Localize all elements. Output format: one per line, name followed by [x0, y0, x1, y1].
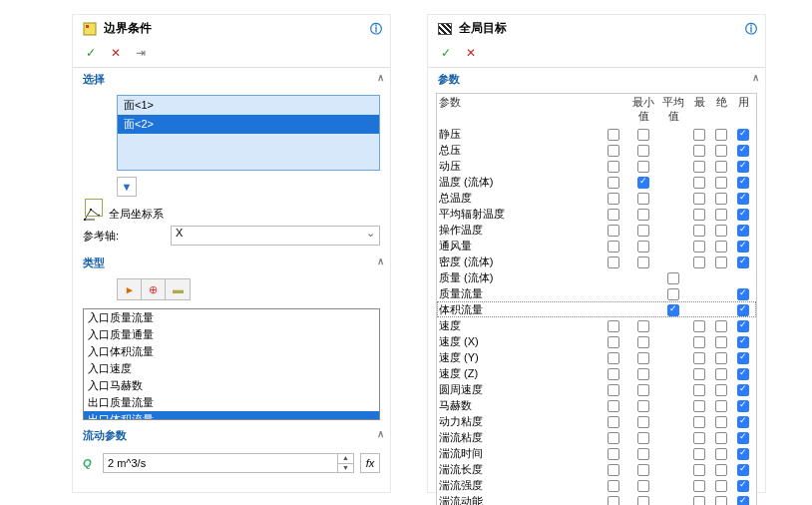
- axis-select[interactable]: X ⌄: [171, 226, 380, 246]
- collapse-icon[interactable]: ∧: [377, 72, 384, 83]
- checkbox[interactable]: [608, 352, 619, 364]
- type-item[interactable]: 入口速度: [84, 360, 379, 377]
- checkbox[interactable]: [608, 161, 619, 173]
- spin-up-icon[interactable]: ▲: [338, 454, 353, 464]
- checkbox[interactable]: [715, 225, 727, 237]
- checkbox[interactable]: [608, 368, 619, 380]
- checkbox[interactable]: [715, 368, 727, 380]
- type-mode-pressure-icon[interactable]: ⊕: [142, 279, 166, 299]
- checkbox[interactable]: [715, 416, 727, 428]
- help-icon[interactable]: ⓘ: [745, 21, 757, 38]
- checkbox[interactable]: [637, 177, 649, 189]
- type-mode-flow-icon[interactable]: ▸: [118, 279, 142, 299]
- checkbox[interactable]: [737, 496, 749, 505]
- checkbox[interactable]: [737, 432, 749, 444]
- checkbox[interactable]: [608, 193, 619, 205]
- checkbox[interactable]: [693, 193, 705, 205]
- checkbox[interactable]: [737, 145, 749, 157]
- checkbox[interactable]: [637, 336, 649, 348]
- type-list[interactable]: 入口质量流量入口质量通量入口体积流量入口速度入口马赫数出口质量流量出口体积流量出…: [83, 308, 380, 420]
- checkbox[interactable]: [715, 256, 727, 268]
- checkbox[interactable]: [715, 177, 727, 189]
- checkbox[interactable]: [637, 161, 649, 173]
- checkbox[interactable]: [715, 352, 727, 364]
- checkbox[interactable]: [693, 368, 705, 380]
- checkbox[interactable]: [608, 241, 619, 252]
- checkbox[interactable]: [737, 209, 749, 221]
- face-item[interactable]: 面<1>: [118, 96, 379, 115]
- checkbox[interactable]: [608, 177, 619, 189]
- checkbox[interactable]: [608, 336, 619, 348]
- checkbox[interactable]: [608, 384, 619, 396]
- filter-button[interactable]: ▼: [117, 177, 137, 197]
- checkbox[interactable]: [737, 225, 749, 237]
- checkbox[interactable]: [667, 304, 679, 316]
- checkbox[interactable]: [715, 129, 727, 141]
- face-selection-list[interactable]: 面<1>面<2>: [117, 95, 380, 171]
- checkbox[interactable]: [715, 336, 727, 348]
- type-mode-wall-icon[interactable]: ▬: [166, 279, 190, 299]
- checkbox[interactable]: [715, 241, 727, 252]
- checkbox[interactable]: [737, 400, 749, 412]
- checkbox[interactable]: [608, 464, 619, 476]
- checkbox[interactable]: [737, 177, 749, 189]
- checkbox[interactable]: [637, 432, 649, 444]
- checkbox[interactable]: [715, 209, 727, 221]
- checkbox[interactable]: [737, 352, 749, 364]
- checkbox[interactable]: [693, 225, 705, 237]
- checkbox[interactable]: [737, 304, 749, 316]
- cancel-button[interactable]: ✕: [108, 45, 124, 61]
- checkbox[interactable]: [608, 320, 619, 332]
- checkbox[interactable]: [693, 129, 705, 141]
- checkbox[interactable]: [637, 209, 649, 221]
- checkbox[interactable]: [608, 256, 619, 268]
- cancel-button[interactable]: ✕: [463, 45, 479, 61]
- spin-down-icon[interactable]: ▼: [338, 464, 353, 473]
- fx-button[interactable]: fx: [360, 453, 380, 473]
- checkbox[interactable]: [737, 161, 749, 173]
- checkbox[interactable]: [637, 464, 649, 476]
- checkbox[interactable]: [737, 384, 749, 396]
- checkbox[interactable]: [608, 496, 619, 505]
- checkbox[interactable]: [637, 480, 649, 492]
- checkbox[interactable]: [693, 161, 705, 173]
- checkbox[interactable]: [715, 480, 727, 492]
- checkbox[interactable]: [715, 400, 727, 412]
- checkbox[interactable]: [715, 193, 727, 205]
- checkbox[interactable]: [608, 400, 619, 412]
- ok-button[interactable]: ✓: [438, 45, 454, 61]
- checkbox[interactable]: [637, 352, 649, 364]
- checkbox[interactable]: [737, 416, 749, 428]
- checkbox[interactable]: [637, 225, 649, 237]
- pin-button[interactable]: ⇥: [133, 45, 149, 61]
- checkbox[interactable]: [737, 129, 749, 141]
- checkbox[interactable]: [715, 145, 727, 157]
- checkbox[interactable]: [637, 400, 649, 412]
- collapse-icon[interactable]: ∧: [752, 72, 759, 83]
- type-item[interactable]: 入口质量流量: [84, 309, 379, 326]
- help-icon[interactable]: ⓘ: [370, 21, 382, 38]
- checkbox[interactable]: [637, 145, 649, 157]
- checkbox[interactable]: [637, 241, 649, 252]
- checkbox[interactable]: [737, 336, 749, 348]
- checkbox[interactable]: [637, 256, 649, 268]
- ok-button[interactable]: ✓: [83, 45, 99, 61]
- checkbox[interactable]: [637, 384, 649, 396]
- type-item[interactable]: 入口质量通量: [84, 326, 379, 343]
- checkbox[interactable]: [737, 368, 749, 380]
- checkbox[interactable]: [715, 496, 727, 505]
- checkbox[interactable]: [693, 400, 705, 412]
- checkbox[interactable]: [608, 145, 619, 157]
- checkbox[interactable]: [608, 480, 619, 492]
- checkbox[interactable]: [737, 320, 749, 332]
- checkbox[interactable]: [637, 368, 649, 380]
- checkbox[interactable]: [637, 320, 649, 332]
- checkbox[interactable]: [715, 161, 727, 173]
- checkbox[interactable]: [693, 209, 705, 221]
- checkbox[interactable]: [693, 145, 705, 157]
- type-item[interactable]: 入口体积流量: [84, 343, 379, 360]
- checkbox[interactable]: [693, 384, 705, 396]
- checkbox[interactable]: [693, 336, 705, 348]
- checkbox[interactable]: [608, 432, 619, 444]
- checkbox[interactable]: [693, 352, 705, 364]
